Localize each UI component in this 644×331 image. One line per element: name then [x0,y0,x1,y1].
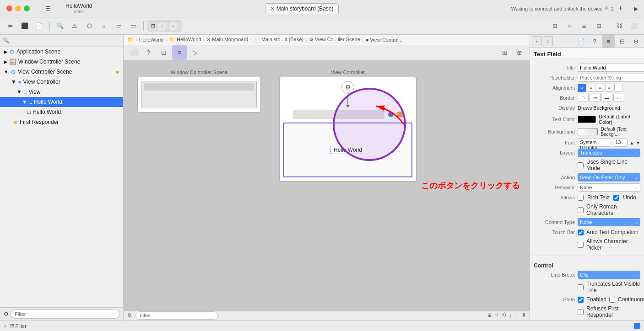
warning-button[interactable]: ⚠ [68,20,81,32]
background-swatch[interactable] [578,128,598,135]
debug-toggle[interactable]: ≣ [578,20,590,32]
build-button[interactable]: ⬅ [4,20,16,32]
storyboard-tab[interactable]: ✕ Main.storyboard (Base) [265,3,339,14]
something-btn[interactable]: ⊟ [592,20,605,32]
roman-checkbox[interactable] [578,207,584,213]
tab-connections[interactable]: ⊕ [629,35,642,48]
bottom-filter-input[interactable] [135,311,218,320]
continuous-checkbox[interactable] [609,297,615,303]
sidebar-item-vc[interactable]: ▼ ■ View Controller [0,77,123,87]
bottom-debug-btn[interactable] [634,323,640,329]
minimize-button[interactable] [15,5,21,11]
add-icon[interactable]: + [618,4,623,13]
inspector-nav-back[interactable]: ‹ [532,36,542,46]
layout-chevron: ⌄ [635,151,638,155]
vc-outer-box[interactable]: ⚙ Hel [279,77,417,182]
rich-text-checkbox[interactable] [578,195,584,201]
behavior-dropdown[interactable]: None ⌄ [578,183,640,192]
inspector-toggle[interactable]: ≡ [563,20,576,32]
char-picker-checkbox[interactable] [578,242,584,248]
zoom-fit-button[interactable]: ⊞ [498,46,511,59]
zoom-out-button[interactable]: ⬜ [127,46,140,59]
font-stepper-up[interactable]: ▲ [629,140,634,145]
font-stepper-down[interactable]: ▼ [636,140,640,145]
enabled-checkbox[interactable] [578,297,584,303]
layout-dropdown[interactable]: Truncates ⌄ [578,149,640,157]
add-icon-bottom[interactable]: ↓ [509,313,512,318]
align-right-btn[interactable]: ≡ [596,84,604,92]
single-line-checkbox[interactable] [578,162,584,168]
new-file-button[interactable]: 📄 [33,20,46,32]
vc-main-view[interactable]: Hello World [283,123,412,177]
help-icon[interactable]: ? [495,313,498,318]
close-button[interactable] [6,5,12,11]
label-icon: L [29,99,32,105]
tab-help[interactable]: ? [588,35,601,48]
zoom-icon[interactable]: ⊞ [487,312,492,318]
right-panel-toggle[interactable]: ⊞ [548,20,561,32]
line-break-dropdown[interactable]: Clip ⌄ [578,271,640,279]
expand-icon-vc: ▼ [4,69,9,75]
content-type-dropdown[interactable]: None ⌄ [578,218,640,226]
scheme-selector[interactable]: ⊞ ‹ › [147,20,182,32]
layout-icon[interactable]: ▷ [188,45,202,60]
up-icon-bottom[interactable]: ↑ [516,313,519,318]
rect-button[interactable]: ▭ [127,20,140,32]
border-none-btn[interactable]: □ [578,94,589,102]
play-button[interactable]: ▶ [628,0,644,17]
align-center-btn[interactable]: ≡ [587,84,595,92]
tab-size[interactable]: ⊟ [616,35,628,48]
nav-forward[interactable]: › [168,21,178,31]
border-bezel-btn[interactable]: ▬ [601,94,612,102]
align-justify-btn[interactable]: ≡ [605,84,613,92]
undo-checkbox[interactable] [613,195,619,201]
inspector-title-section: Title Placeholder Alignment ≡ ≡ ≡ ≡ … [530,59,644,256]
zoom-reset-button[interactable]: ? [142,46,155,59]
align-left-btn[interactable]: ≡ [578,84,586,92]
test-button[interactable]: ⬡ [83,20,96,32]
window-controller-box[interactable] [137,77,261,112]
forward-button[interactable]: ⬛ [18,20,31,32]
search-button[interactable]: 🔍 [54,20,66,32]
sidebar-item-vc-scene[interactable]: ▼ ⚙ View Controller Scene ● [0,67,123,77]
behavior-value: None [580,185,592,190]
sidebar-item-responder[interactable]: ⊕ First Responder [0,117,123,127]
sidebar-item-hello2[interactable]: □ Hello World [0,107,123,117]
inspector-title-row: Text Field [530,48,644,59]
truncates-checkbox[interactable] [578,284,584,290]
border-rounded-btn[interactable]: ⬭ [613,94,624,102]
text-color-swatch[interactable] [578,116,596,123]
action-dropdown[interactable]: Send On Enter Only ⌄ [578,173,640,182]
align-natural-btn[interactable]: … [614,84,622,92]
shape-button[interactable]: ▱ [112,20,125,32]
filter-input[interactable] [11,310,119,319]
deploy-button[interactable]: ⬦ [97,20,110,32]
sidebar-item-hello[interactable]: ▼ L Hello World [0,97,123,107]
font-size-field[interactable]: 13 [613,139,628,147]
nav-back[interactable]: ‹ [157,21,167,31]
download-icon[interactable]: ⬇ [522,312,526,318]
font-name-field[interactable]: System Regular [578,139,611,147]
sidebar-item-app-scene[interactable]: ▶ ⚙ Application Scene [0,47,123,57]
bottom-add-icon[interactable]: + [4,323,6,329]
inspect-icon[interactable]: ⊡ [157,45,171,60]
title-field[interactable] [578,64,644,72]
tab-attributes[interactable]: ≡ [602,35,615,48]
sidebar-item-window-scene[interactable]: ▶ 🪟 Window Controller Scene [0,57,123,67]
sidebar-item-view[interactable]: ▼ □ View [0,87,123,97]
tab-file[interactable]: 📄 [574,35,587,48]
placeholder-field[interactable] [578,74,644,82]
filter-icon: ⚙ [4,311,9,317]
add-object-button[interactable]: ⊕ [513,46,526,59]
inspector-nav-forward[interactable]: › [543,36,553,46]
refuses-checkbox[interactable] [578,309,584,315]
fit-icon[interactable]: ⟲ [502,312,506,318]
align-icon[interactable]: ≡ [172,45,187,60]
vc-scene-container: View Controller ⚙ [279,69,417,182]
border-line-btn[interactable]: ▭ [590,94,601,102]
sidebar-toggle-button[interactable]: ☰ [40,0,56,17]
link-button[interactable]: ⛓ [613,20,626,32]
fullscreen-button[interactable] [24,5,30,11]
auto-complete-checkbox[interactable] [578,230,584,235]
panel-button[interactable]: ⬜ [628,20,640,32]
